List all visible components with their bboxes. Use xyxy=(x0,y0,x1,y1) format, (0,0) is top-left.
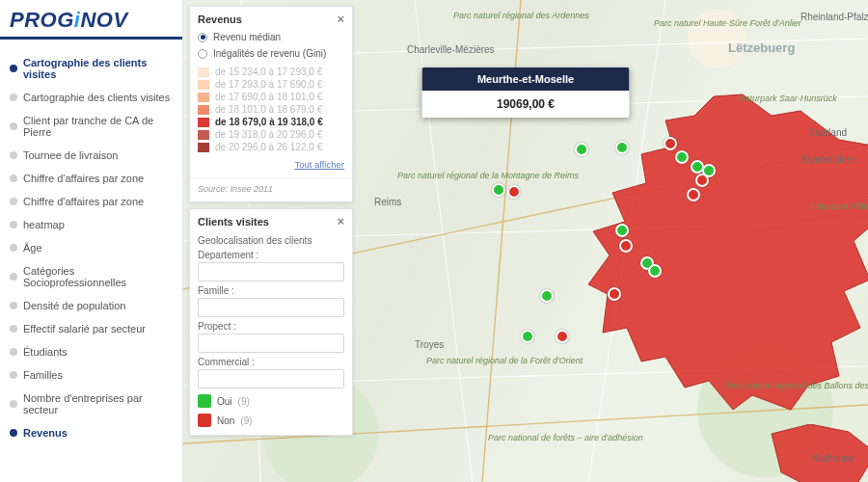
sidebar-item-label: Effectif salarié par secteur xyxy=(23,323,146,335)
map-marker-green[interactable] xyxy=(675,150,689,164)
legend-yes[interactable]: Oui (9) xyxy=(198,394,344,408)
sidebar-item-1[interactable]: Cartographie des clients visites xyxy=(0,86,182,109)
dot-icon xyxy=(10,65,17,72)
popup-title: Meurthe-et-Moselle xyxy=(422,67,630,91)
sidebar-item-label: Âge xyxy=(23,242,42,254)
map-marker-red[interactable] xyxy=(619,239,633,253)
close-icon[interactable]: × xyxy=(337,13,344,25)
radio-gini[interactable]: Inégalités de revenu (Gini) xyxy=(198,45,344,62)
map-marker-green[interactable] xyxy=(521,330,534,343)
map-marker-red[interactable] xyxy=(664,137,677,150)
region-highlight[interactable] xyxy=(550,87,868,415)
legend-row-0[interactable]: de 15 234,0 à 17 293,0 € xyxy=(198,66,344,78)
map-marker-green[interactable] xyxy=(540,289,554,303)
map-marker-red[interactable] xyxy=(687,188,700,201)
dot-icon xyxy=(10,302,17,309)
legend-row-4[interactable]: de 18 679,0 à 19 318,0 € xyxy=(198,116,344,128)
dot-icon xyxy=(10,244,17,252)
sidebar-item-8[interactable]: Catégories Socioprofessionnelles xyxy=(0,259,182,294)
show-all-link[interactable]: Tout afficher xyxy=(294,159,344,170)
field-label-0: Departement : xyxy=(198,250,344,260)
panel-clients-title: Clients visites xyxy=(198,216,269,228)
sidebar-item-4[interactable]: Chiffre d'affaires par zone xyxy=(0,167,182,190)
sidebar-item-label: Familles xyxy=(23,369,63,381)
legend-row-2[interactable]: de 17 690,0 à 18 101,0 € xyxy=(198,91,344,103)
yes-count: (9) xyxy=(238,396,250,407)
radio-icon xyxy=(198,33,207,42)
legend-no[interactable]: Non (9) xyxy=(198,414,344,427)
sidebar-item-2[interactable]: Client par tranche de CA de Pierre xyxy=(0,109,182,144)
no-label: Non xyxy=(217,415,234,426)
legend-row-3[interactable]: de 18 101,0 à 18 679,0 € xyxy=(198,103,344,116)
dot-icon xyxy=(10,273,17,281)
map-marker-red[interactable] xyxy=(507,185,521,199)
map-marker-green[interactable] xyxy=(702,164,716,177)
dot-icon xyxy=(10,325,17,333)
sidebar-item-6[interactable]: heatmap xyxy=(0,213,182,236)
field-label-1: Famille : xyxy=(198,285,344,296)
legend: de 15 234,0 à 17 293,0 €de 17 293,0 à 17… xyxy=(198,66,344,153)
dot-icon xyxy=(10,348,17,356)
dot-icon xyxy=(10,151,17,159)
sidebar-item-10[interactable]: Effectif salarié par secteur xyxy=(0,317,182,340)
sidebar-item-5[interactable]: Chiffre d'affaires par zone xyxy=(0,190,182,213)
panel-clients: Clients visites × Geolocalisation des cl… xyxy=(189,208,353,436)
no-count: (9) xyxy=(240,415,252,426)
sidebar-item-7[interactable]: Âge xyxy=(0,236,182,259)
legend-row-6[interactable]: de 20 296,0 à 26 122,0 € xyxy=(198,141,344,153)
dot-icon xyxy=(10,371,17,379)
map-marker-green[interactable] xyxy=(615,224,629,237)
swatch-icon xyxy=(198,118,209,127)
dot-icon xyxy=(10,429,17,437)
radio-revenu-median[interactable]: Revenu médian xyxy=(198,29,344,45)
yes-label: Oui xyxy=(217,396,232,407)
region-highlight-south[interactable] xyxy=(762,424,868,482)
field-input-0[interactable] xyxy=(198,262,344,281)
field-input-1[interactable] xyxy=(198,298,344,317)
sidebar-item-label: Chiffre d'affaires par zone xyxy=(23,196,144,207)
swatch-icon xyxy=(198,93,209,102)
sidebar-item-0[interactable]: Cartographie des clients visites xyxy=(0,51,182,86)
sidebar-item-label: Revenus xyxy=(23,427,68,439)
sidebar-item-9[interactable]: Densité de population xyxy=(0,294,182,317)
map-marker-green[interactable] xyxy=(648,264,662,278)
map-area[interactable]: Lëtzebuerg Rheinland-Pfalz Saarland Saar… xyxy=(183,0,868,482)
map-marker-red[interactable] xyxy=(556,330,569,343)
region-popup[interactable]: Meurthe-et-Moselle 19069,00 € xyxy=(422,67,630,118)
close-icon[interactable]: × xyxy=(337,215,344,228)
sidebar-item-13[interactable]: Nombre d'entreprises par secteur xyxy=(0,387,182,421)
legend-label: de 17 293,0 à 17 690,0 € xyxy=(215,79,322,90)
swatch-icon xyxy=(198,143,209,152)
sidebar-item-label: Densité de population xyxy=(23,300,125,311)
panel-stack: Revenus × Revenu médian Inégalités de re… xyxy=(189,6,353,442)
field-input-2[interactable] xyxy=(198,334,344,353)
map-marker-green[interactable] xyxy=(575,143,588,156)
swatch-icon xyxy=(198,67,209,77)
sidebar-item-3[interactable]: Tournee de livraison xyxy=(0,144,182,167)
map-marker-green[interactable] xyxy=(615,141,629,154)
dot-icon xyxy=(10,122,17,130)
map-marker-red[interactable] xyxy=(608,287,621,301)
legend-label: de 18 101,0 à 18 679,0 € xyxy=(215,104,322,115)
field-label-2: Propect : xyxy=(198,321,344,332)
sidebar-item-14[interactable]: Revenus xyxy=(0,421,182,444)
sidebar-item-label: Catégories Socioprofessionnelles xyxy=(23,265,173,288)
sidebar-item-label: Cartographie des clients visites xyxy=(23,92,170,103)
sidebar-item-11[interactable]: Étudiants xyxy=(0,340,182,363)
sidebar-item-label: heatmap xyxy=(23,219,65,230)
legend-row-5[interactable]: de 19 318,0 à 20 296,0 € xyxy=(198,128,344,141)
dot-icon xyxy=(10,400,17,408)
logo: PROGiNOV xyxy=(0,0,182,40)
dot-icon xyxy=(10,221,17,228)
sidebar-item-label: Tournee de livraison xyxy=(23,149,118,161)
panel-revenus-title: Revenus xyxy=(198,13,242,25)
sidebar-item-12[interactable]: Familles xyxy=(0,363,182,387)
legend-row-1[interactable]: de 17 293,0 à 17 690,0 € xyxy=(198,78,344,91)
field-input-3[interactable] xyxy=(198,369,344,388)
map-marker-green[interactable] xyxy=(492,183,505,197)
radio-label: Revenu médian xyxy=(213,32,281,42)
swatch-icon xyxy=(198,105,209,115)
logo-left: PROG xyxy=(10,8,74,32)
source-text: Source: Insee 2011 xyxy=(190,177,352,201)
swatch-red xyxy=(198,414,211,427)
